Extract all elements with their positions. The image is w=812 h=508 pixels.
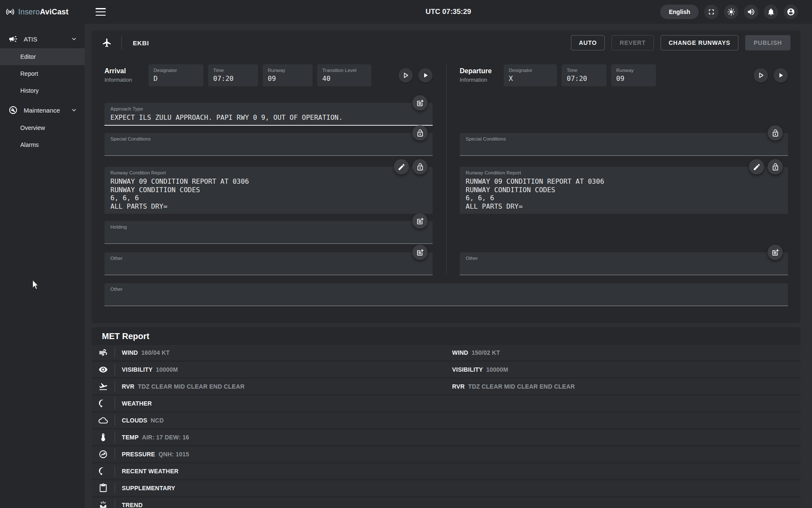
arrival-rcr-edit-button[interactable] [394, 159, 409, 174]
arrival-special-conditions-lock-button[interactable] [412, 125, 428, 141]
arrival-special-conditions-field[interactable]: Special Conditions [104, 133, 433, 156]
sidebar-item-editor[interactable]: Editor [0, 48, 85, 65]
supplementary-icon [99, 483, 108, 493]
change-runways-button[interactable]: CHANGE RUNWAYS [661, 35, 738, 50]
met-row-temp: TEMP AIR: 17 DEW: 16 [92, 430, 801, 445]
arrival-play-button[interactable] [418, 68, 433, 83]
campaign-icon [8, 34, 18, 44]
sidebar: InseroAviCast ATIS Editor Report History… [0, 0, 85, 508]
departure-special-conditions-lock-button[interactable] [768, 125, 783, 141]
sidebar-item-report[interactable]: Report [0, 65, 85, 82]
met-row-clouds: CLOUDS NCD [92, 413, 801, 428]
arrival-subtitle: Information [104, 77, 148, 83]
departure-subtitle: Information [460, 77, 504, 83]
bell-icon [767, 8, 775, 16]
met-row-recent-weather: RECENT WEATHER [92, 464, 801, 479]
temperature-icon [99, 433, 108, 442]
sidebar-item-alarms[interactable]: Alarms [0, 136, 85, 153]
approach-type-field[interactable]: Approach Type EXPECT ILS ZULU APPROACH. … [104, 103, 433, 126]
sidebar-item-label: Maintenance [24, 107, 60, 114]
arrival-play-outline-button[interactable] [398, 68, 413, 83]
arrival-other-field[interactable]: Other [104, 252, 433, 275]
topbar: UTC 07:35:29 English [85, 0, 812, 24]
departure-play-button[interactable] [774, 68, 788, 83]
holding-field[interactable]: Holding [104, 221, 433, 244]
arrival-column: Arrival Information Designator D Time 07… [104, 55, 446, 275]
pencil-icon [398, 163, 406, 171]
pencil-icon [753, 163, 761, 171]
departure-column: Departure Information Designator X Time … [446, 55, 788, 275]
arrival-other-insert-button[interactable] [412, 245, 428, 260]
sidebar-item-label: ATIS [24, 36, 37, 43]
shared-other-field[interactable]: Other [104, 283, 788, 306]
sidebar-nav: ATIS Editor Report History Maintenance O… [0, 30, 85, 153]
met-row-trend: TREND [92, 497, 801, 508]
departure-play-outline-button[interactable] [754, 68, 768, 83]
departure-runway-condition-report-field[interactable]: Runway Condition Report RUNWAY 09 CONDIT… [460, 167, 788, 214]
sidebar-item-overview[interactable]: Overview [0, 119, 85, 136]
departure-special-conditions-field[interactable]: Special Conditions [460, 133, 788, 156]
arrival-runway-condition-report-field[interactable]: Runway Condition Report RUNWAY 09 CONDIT… [104, 167, 433, 214]
arrival-runway-field[interactable]: Runway 09 [263, 64, 313, 86]
station-code: EKBI [133, 39, 149, 47]
met-report-section: MET Report WIND 160/04 KT WIND150/02 KT … [92, 327, 801, 508]
play-icon [422, 72, 429, 79]
airplane-icon [102, 38, 112, 48]
sidebar-item-history[interactable]: History [0, 82, 85, 99]
post-add-icon [416, 248, 424, 257]
header-divider [121, 36, 122, 49]
holding-insert-button[interactable] [412, 213, 428, 229]
lock-open-icon [416, 129, 424, 137]
departure-other-field[interactable]: Other [460, 252, 788, 275]
brightness-icon [727, 8, 735, 16]
menu-toggle-button[interactable] [96, 8, 106, 16]
departure-runway-field[interactable]: Runway 09 [611, 64, 656, 86]
app-logo: InseroAviCast [0, 0, 85, 24]
arrival-rcr-lock-button[interactable] [412, 159, 428, 174]
met-row-wind: WIND 160/04 KT WIND150/02 KT [92, 345, 801, 360]
pressure-icon [99, 450, 108, 459]
app-title: InseroAviCast [18, 8, 69, 17]
revert-button[interactable]: REVERT [612, 35, 654, 50]
met-report-title: MET Report [92, 327, 801, 345]
editor-header: EKBI AUTO REVERT CHANGE RUNWAYS PUBLISH [92, 30, 801, 55]
main-content: EKBI AUTO REVERT CHANGE RUNWAYS PUBLISH … [85, 24, 812, 508]
rvr-landing-icon [99, 382, 108, 391]
lock-open-icon [771, 129, 779, 137]
chevron-down-icon [70, 35, 78, 43]
clouds-icon [99, 416, 108, 425]
sidebar-item-atis[interactable]: ATIS [0, 30, 85, 48]
arrival-time-field[interactable]: Time 07:20 [208, 64, 258, 86]
departure-time-field[interactable]: Time 07:20 [562, 64, 606, 86]
departure-rcr-lock-button[interactable] [768, 159, 783, 174]
weather-icon [99, 399, 108, 408]
volume-button[interactable] [744, 5, 758, 19]
account-icon [787, 8, 795, 16]
post-add-icon [771, 248, 779, 257]
met-row-weather: WEATHER [92, 396, 801, 411]
play-outline-icon [402, 72, 409, 79]
account-button[interactable] [784, 5, 798, 19]
departure-other-insert-button[interactable] [768, 245, 783, 260]
utc-clock: UTC 07:35:29 [425, 8, 471, 16]
brightness-button[interactable] [724, 5, 738, 19]
visibility-icon [99, 365, 108, 374]
arrival-transition-level-field[interactable]: Transition Level 40 [317, 64, 371, 86]
fullscreen-button[interactable] [704, 5, 719, 19]
post-add-icon [416, 99, 424, 107]
arrival-title: Arrival [104, 67, 148, 75]
arrival-designator-field[interactable]: Designator D [148, 64, 203, 86]
language-button[interactable]: English [660, 5, 699, 19]
departure-rcr-edit-button[interactable] [749, 159, 764, 174]
sidebar-item-maintenance[interactable]: Maintenance [0, 101, 85, 119]
wind-icon [99, 348, 108, 357]
recent-weather-icon [99, 467, 108, 476]
publish-button[interactable]: PUBLISH [745, 35, 790, 50]
fullscreen-icon [707, 8, 716, 16]
atis-editor-panel: EKBI AUTO REVERT CHANGE RUNWAYS PUBLISH … [92, 30, 801, 323]
auto-button[interactable]: AUTO [571, 35, 605, 50]
approach-type-insert-button[interactable] [412, 95, 428, 110]
departure-designator-field[interactable]: Designator X [504, 64, 557, 86]
chevron-down-icon [70, 106, 78, 114]
notifications-button[interactable] [764, 5, 778, 19]
